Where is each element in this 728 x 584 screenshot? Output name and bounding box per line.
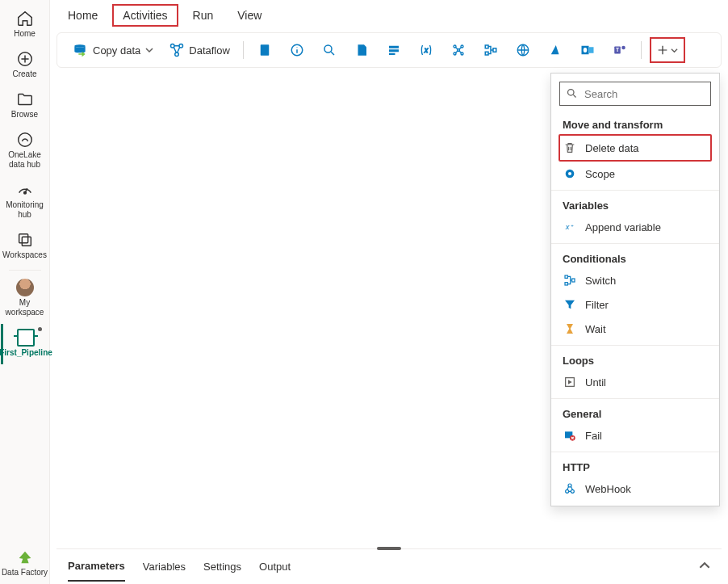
info-button[interactable] [284, 37, 310, 63]
svg-point-1 [18, 133, 31, 147]
svg-rect-12 [389, 49, 399, 52]
bottom-tab-output[interactable]: Output [259, 552, 291, 581]
chevron-down-icon [145, 46, 153, 54]
dd-cat-move-transform: Move and transform [551, 114, 719, 134]
avatar-icon [16, 279, 34, 296]
tab-run[interactable]: Run [183, 4, 224, 27]
nav-onelake[interactable]: OneLake data hub [1, 126, 49, 176]
panel-resize-grip[interactable] [377, 547, 401, 550]
web-button[interactable] [510, 37, 536, 63]
nav-first-pipeline[interactable]: First_Pipeline [1, 324, 49, 364]
svg-rect-35 [565, 275, 567, 278]
svg-rect-21 [485, 52, 488, 55]
svg-point-7 [175, 53, 179, 57]
nav-separator [9, 270, 41, 271]
dd-item-filter[interactable]: Filter [551, 292, 719, 317]
nav-workspaces[interactable]: Workspaces [1, 226, 49, 267]
ml-button[interactable] [446, 37, 471, 63]
copy-data-icon [72, 42, 88, 58]
stored-proc-icon [387, 43, 401, 57]
svg-rect-4 [22, 237, 31, 246]
home-icon [16, 10, 34, 27]
search-icon [566, 87, 578, 99]
variable-button[interactable]: x [413, 37, 439, 63]
dataflow-button[interactable]: Dataflow [165, 40, 235, 61]
plus-icon [656, 44, 669, 57]
nav-my-workspace[interactable]: My workspace [1, 274, 49, 324]
hourglass-icon [563, 321, 577, 336]
dd-item-until[interactable]: Until [551, 370, 719, 394]
svg-rect-11 [389, 46, 399, 48]
chevron-down-icon [671, 47, 678, 54]
add-activity-button[interactable] [650, 37, 685, 63]
svg-rect-8 [261, 44, 270, 56]
activities-toolbar: Copy data Dataflow x T [56, 32, 722, 68]
data-factory-icon [16, 548, 34, 566]
svg-point-10 [324, 45, 332, 53]
webhook-icon [563, 481, 577, 496]
onelake-icon [16, 131, 34, 149]
left-nav: Home Create Browse OneLake data hub Moni… [0, 0, 50, 584]
svg-point-28 [621, 46, 625, 50]
svg-rect-13 [389, 53, 395, 55]
svg-rect-25 [588, 47, 593, 53]
svg-point-30 [568, 90, 575, 96]
unsaved-dot-icon [38, 327, 42, 331]
main-area: Home Activities Run View Copy data Dataf… [50, 0, 728, 584]
globe-icon [516, 43, 530, 57]
variable-icon: x [418, 43, 434, 57]
svg-point-41 [566, 489, 569, 493]
dd-item-webhook[interactable]: WebHook [551, 477, 719, 501]
bottom-tab-parameters[interactable]: Parameters [68, 552, 125, 582]
nav-browse[interactable]: Browse [1, 86, 49, 126]
stored-proc-button[interactable] [381, 37, 407, 63]
fail-icon [563, 428, 577, 443]
notebook-button[interactable] [252, 37, 278, 63]
copy-data-button[interactable]: Copy data [67, 39, 158, 61]
search-icon [322, 43, 337, 57]
svg-text:x: x [424, 47, 429, 54]
dd-item-delete-data[interactable]: Delete data [559, 134, 712, 162]
dd-item-append-variable[interactable]: x+ Append variable [551, 215, 719, 239]
outlook-button[interactable] [575, 37, 600, 63]
dropdown-search-input[interactable] [559, 82, 711, 106]
dd-item-wait[interactable]: Wait [551, 317, 719, 341]
pipeline-icon [17, 329, 35, 347]
dd-item-fail[interactable]: Fail [551, 423, 719, 447]
plus-circle-icon [16, 50, 34, 68]
azure-button[interactable] [542, 37, 568, 63]
script-icon [354, 43, 369, 57]
svg-rect-3 [19, 234, 27, 243]
svg-text:+: + [571, 223, 574, 228]
canvas-wrap: Move and transform Delete data Scope Var… [56, 73, 722, 548]
dataflow-icon [169, 43, 184, 57]
switch-icon [563, 273, 577, 288]
append-variable-icon: x+ [563, 220, 577, 234]
dropdown-search [559, 82, 711, 106]
teams-button[interactable]: T [607, 37, 633, 63]
workspaces-icon [16, 231, 34, 249]
dd-cat-http: HTTP [551, 456, 719, 477]
nav-create[interactable]: Create [1, 45, 49, 86]
svg-text:x: x [565, 223, 570, 231]
tab-activities[interactable]: Activities [112, 4, 178, 27]
toolbar-separator [243, 41, 244, 59]
bottom-tab-variables[interactable]: Variables [143, 552, 186, 581]
bottom-tab-settings[interactable]: Settings [203, 552, 241, 581]
info-icon [290, 43, 304, 57]
search-button[interactable] [316, 37, 342, 63]
bottom-panel-tabs: Parameters Variables Settings Output [56, 548, 722, 584]
script-button[interactable] [349, 37, 374, 63]
invoke-pipeline-button[interactable] [478, 37, 504, 63]
add-activity-dropdown: Move and transform Delete data Scope Var… [550, 73, 720, 506]
azure-icon [548, 43, 563, 57]
tab-home[interactable]: Home [58, 4, 107, 27]
dd-item-switch[interactable]: Switch [551, 268, 719, 292]
dd-cat-loops: Loops [551, 350, 719, 370]
nav-home[interactable]: Home [1, 5, 49, 45]
nav-monitoring[interactable]: Monitoring hub [1, 176, 49, 226]
dd-item-scope[interactable]: Scope [551, 162, 719, 186]
tab-view[interactable]: View [228, 4, 271, 27]
expand-panel-button[interactable] [699, 560, 710, 573]
nav-data-factory[interactable]: Data Factory [1, 544, 49, 584]
